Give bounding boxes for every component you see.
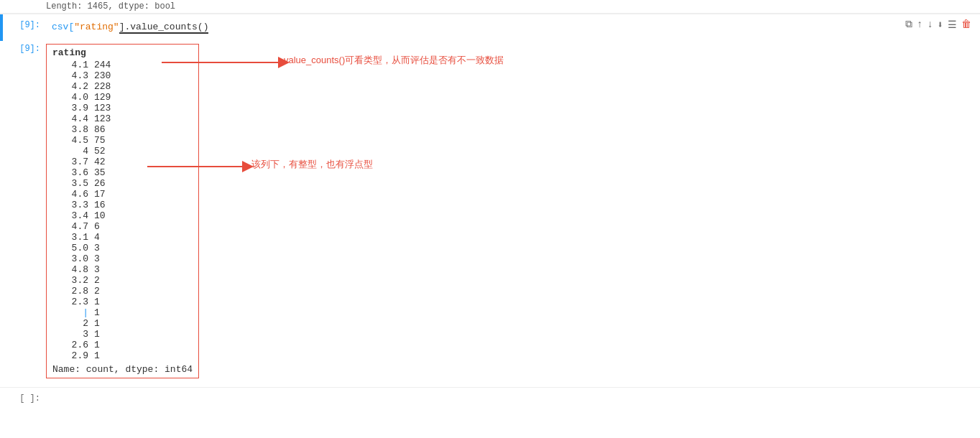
table-row: 2.82 (52, 286, 193, 297)
table-row: 4.1244 (52, 60, 193, 70)
cell-toolbar: ⧉ ↑ ↓ ⬇ ☰ 🗑 (897, 14, 980, 41)
table-row: 452 (52, 146, 193, 157)
row-key: 4.4 (52, 113, 88, 124)
move-up-icon[interactable]: ↑ (917, 19, 923, 30)
row-key: 4.1 (52, 60, 88, 70)
row-val: 1 (94, 329, 100, 340)
table-row: 2.91 (52, 350, 193, 361)
output-cell-content: rating 4.12444.32304.22284.01293.91234.4… (46, 41, 199, 381)
code-csv: csv[ (52, 22, 74, 32)
table-row: 3.14 (52, 232, 193, 243)
table-row: 5.03 (52, 243, 193, 253)
table-row: 4.2228 (52, 81, 193, 92)
row-key: 4.2 (52, 81, 88, 92)
row-val: 230 (94, 70, 111, 81)
row-val: 86 (94, 124, 106, 135)
output-table: rating 4.12444.32304.22284.01293.91234.4… (46, 44, 199, 378)
table-row: 3.635 (52, 167, 193, 178)
row-key: 2.3 (52, 297, 88, 307)
row-key: 4.8 (52, 264, 88, 275)
empty-cell-input[interactable] (46, 391, 980, 408)
row-key: 3.7 (52, 157, 88, 167)
row-val: 42 (94, 157, 106, 167)
row-key: 3.6 (52, 167, 88, 178)
row-val: 1 (94, 340, 100, 350)
row-key: 2 (52, 318, 88, 329)
row-key: | (52, 307, 88, 318)
code-string: "rating" (74, 22, 119, 32)
table-row: 3.410 (52, 210, 193, 221)
table-row: 3.886 (52, 124, 193, 135)
row-val: 1 (94, 297, 100, 307)
row-key: 4.5 (52, 135, 88, 146)
row-key: 4.0 (52, 92, 88, 103)
table-row: 4.4123 (52, 113, 193, 124)
table-row: 3.22 (52, 275, 193, 286)
row-val: 3 (94, 243, 100, 253)
row-val: 244 (94, 60, 111, 70)
comment-icon[interactable]: ☰ (948, 19, 957, 31)
input-cell-content: csv["rating"].value_counts() (46, 14, 897, 41)
table-row: 3.9123 (52, 103, 193, 113)
table-row: 4.617 (52, 189, 193, 200)
table-row: 4.83 (52, 264, 193, 275)
row-key: 3.5 (52, 178, 88, 189)
row-val: 1 (94, 307, 100, 318)
row-key: 4.6 (52, 189, 88, 200)
row-val: 6 (94, 221, 100, 232)
row-val: 75 (94, 135, 106, 146)
row-key: 4.7 (52, 221, 88, 232)
download-icon[interactable]: ⬇ (938, 19, 943, 31)
row-key: 5.0 (52, 243, 88, 253)
row-val: 4 (94, 232, 100, 243)
output-footer: Name: count, dtype: int64 (52, 364, 193, 375)
table-row: 21 (52, 318, 193, 329)
table-row: 3.03 (52, 253, 193, 264)
move-down-icon[interactable]: ↓ (927, 19, 933, 30)
delete-icon[interactable]: 🗑 (961, 19, 971, 30)
row-key: 3.9 (52, 103, 88, 113)
row-val: 16 (94, 200, 106, 210)
row-val: 52 (94, 146, 106, 157)
row-val: 123 (94, 113, 111, 124)
row-val: 26 (94, 178, 106, 189)
row-val: 1 (94, 318, 100, 329)
row-key: 3 (52, 329, 88, 340)
row-val: 2 (94, 275, 100, 286)
row-key: 3.4 (52, 210, 88, 221)
empty-cell-label: [ ]: (3, 391, 46, 408)
row-key: 3.3 (52, 200, 88, 210)
table-row: 2.31 (52, 297, 193, 307)
row-key: 2.8 (52, 286, 88, 297)
row-key: 2.9 (52, 350, 88, 361)
table-row: 4.3230 (52, 70, 193, 81)
row-val: 129 (94, 92, 111, 103)
output-header: rating (52, 47, 193, 58)
info-text: Length: 1465, dtype: bool (46, 1, 175, 11)
row-key: 3.1 (52, 232, 88, 243)
output-rows: 4.12444.32304.22284.01293.91234.41233.88… (52, 60, 193, 361)
row-val: 2 (94, 286, 100, 297)
row-key: 4.3 (52, 70, 88, 81)
table-row: 4.575 (52, 135, 193, 146)
table-row: 4.76 (52, 221, 193, 232)
copy-icon[interactable]: ⧉ (905, 19, 912, 30)
input-cell-label: [9]: (3, 14, 46, 41)
row-val: 35 (94, 167, 106, 178)
row-key: 4 (52, 146, 88, 157)
table-row: 3.316 (52, 200, 193, 210)
table-row: 4.0129 (52, 92, 193, 103)
table-row: 31 (52, 329, 193, 340)
table-row: 2.61 (52, 340, 193, 350)
table-row: |1 (52, 307, 193, 318)
row-val: 123 (94, 103, 111, 113)
row-key: 2.6 (52, 340, 88, 350)
row-val: 1 (94, 350, 100, 361)
code-method: ].value_counts() (119, 22, 209, 32)
row-key: 3.0 (52, 253, 88, 264)
row-val: 10 (94, 210, 106, 221)
output-cell-label: [9]: (3, 41, 46, 381)
table-row: 3.526 (52, 178, 193, 189)
row-key: 3.8 (52, 124, 88, 135)
row-key: 3.2 (52, 275, 88, 286)
